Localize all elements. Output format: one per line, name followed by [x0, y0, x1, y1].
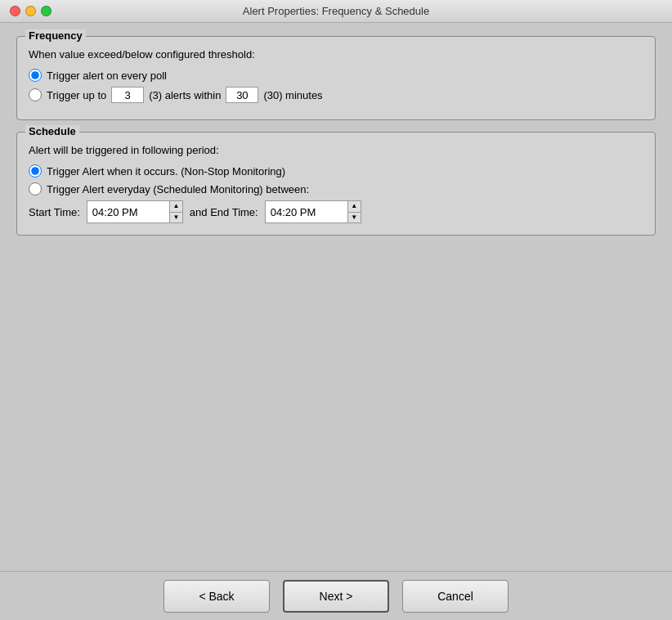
time-group: Start Time: ▲ ▼ and End Time: ▲ ▼ [29, 200, 643, 223]
frequency-radio2[interactable] [29, 88, 42, 101]
frequency-count-input[interactable] [111, 87, 144, 103]
start-time-spinner: ▲ ▼ [169, 201, 182, 222]
frequency-radio1[interactable] [29, 69, 42, 82]
start-time-down-button[interactable]: ▼ [170, 213, 182, 223]
close-button[interactable] [10, 6, 20, 16]
minimize-button[interactable] [25, 6, 36, 16]
back-button[interactable]: < Back [164, 580, 270, 613]
start-time-label: Start Time: [29, 206, 80, 218]
window-title: Alert Properties: Frequency & Schedule [243, 5, 429, 17]
frequency-radio2-prefix[interactable]: Trigger up to [47, 89, 106, 101]
start-time-wrapper: ▲ ▼ [87, 200, 183, 223]
frequency-minutes-input[interactable] [226, 87, 258, 103]
end-time-input[interactable] [266, 201, 347, 222]
end-time-down-button[interactable]: ▼ [348, 213, 361, 223]
start-time-input[interactable] [87, 201, 169, 222]
frequency-legend: Frequency [25, 29, 86, 42]
end-time-up-button[interactable]: ▲ [348, 201, 361, 213]
next-button[interactable]: Next > [283, 580, 389, 613]
end-time-label: and End Time: [190, 206, 258, 218]
schedule-legend: Schedule [25, 125, 79, 137]
schedule-radio1-label[interactable]: Trigger Alert when it occurs. (Non-Stop … [47, 165, 285, 177]
frequency-minutes-hint: (30) minutes [263, 89, 322, 101]
dialog-body: Frequency When value exceed/below config… [0, 23, 672, 571]
frequency-description: When value exceed/below configured thres… [29, 48, 643, 61]
schedule-group: Schedule Alert will be triggered in foll… [16, 132, 656, 236]
schedule-description: Alert will be triggered in following per… [29, 144, 643, 156]
frequency-radio1-label[interactable]: Trigger alert on every poll [47, 70, 167, 82]
frequency-count-hint: (3) alerts within [149, 89, 221, 101]
frequency-radio2-row: Trigger up to (3) alerts within (30) min… [29, 87, 643, 103]
cancel-button[interactable]: Cancel [402, 580, 508, 613]
frequency-group: Frequency When value exceed/below config… [16, 36, 656, 120]
schedule-radio1-row: Trigger Alert when it occurs. (Non-Stop … [29, 164, 643, 177]
end-time-wrapper: ▲ ▼ [265, 200, 361, 223]
footer: < Back Next > Cancel [0, 571, 672, 620]
end-time-spinner: ▲ ▼ [347, 201, 361, 222]
schedule-radio1[interactable] [29, 164, 42, 177]
frequency-radio1-row: Trigger alert on every poll [29, 69, 643, 82]
schedule-radio2-label[interactable]: Trigger Alert everyday (Scheduled Monito… [47, 183, 309, 195]
start-time-up-button[interactable]: ▲ [170, 201, 182, 213]
schedule-radio2[interactable] [29, 182, 42, 195]
maximize-button[interactable] [41, 6, 52, 16]
title-bar: Alert Properties: Frequency & Schedule [0, 0, 672, 23]
schedule-radio2-row: Trigger Alert everyday (Scheduled Monito… [29, 182, 643, 195]
window-controls[interactable] [10, 6, 52, 16]
